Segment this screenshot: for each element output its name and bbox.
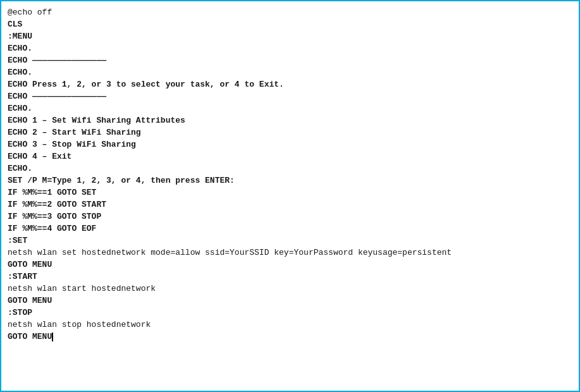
code-line: GOTO MENU (8, 331, 572, 343)
code-line: IF %M%==4 GOTO EOF (8, 223, 572, 235)
code-line: ECHO ——————————————— (8, 54, 572, 66)
code-line: ECHO. (8, 42, 572, 54)
code-line: ECHO 1 – Set Wifi Sharing Attributes (8, 114, 572, 126)
code-line: ECHO. (8, 162, 572, 175)
code-line: CLS (8, 18, 572, 30)
code-line: SET /P M=Type 1, 2, 3, or 4, then press … (8, 175, 572, 187)
code-line: IF %M%==1 GOTO SET (8, 187, 572, 199)
code-line: ECHO Press 1, 2, or 3 to select your tas… (8, 78, 572, 90)
code-line: ECHO 4 – Exit (8, 150, 572, 162)
code-line: GOTO MENU (8, 259, 572, 271)
code-editor[interactable]: @echo offCLS:MENUECHO.ECHO —————————————… (0, 0, 580, 392)
code-line: ECHO ——————————————— (8, 90, 572, 102)
code-line: ECHO 3 – Stop WiFi Sharing (8, 138, 572, 150)
code-line: :START (8, 271, 572, 283)
code-line: netsh wlan set hostednetwork mode=allow … (8, 247, 572, 259)
code-line: :MENU (8, 30, 572, 42)
code-line: ECHO. (8, 66, 572, 78)
code-line: :SET (8, 235, 572, 247)
code-line: netsh wlan start hostednetwork (8, 283, 572, 295)
code-line: :STOP (8, 307, 572, 319)
code-line: @echo off (8, 6, 572, 18)
code-line: GOTO MENU (8, 295, 572, 307)
code-line: ECHO. (8, 102, 572, 114)
code-line: IF %M%==3 GOTO STOP (8, 211, 572, 223)
code-line: IF %M%==2 GOTO START (8, 199, 572, 211)
code-line: ECHO 2 – Start WiFi Sharing (8, 126, 572, 138)
code-line: netsh wlan stop hostednetwork (8, 319, 572, 331)
